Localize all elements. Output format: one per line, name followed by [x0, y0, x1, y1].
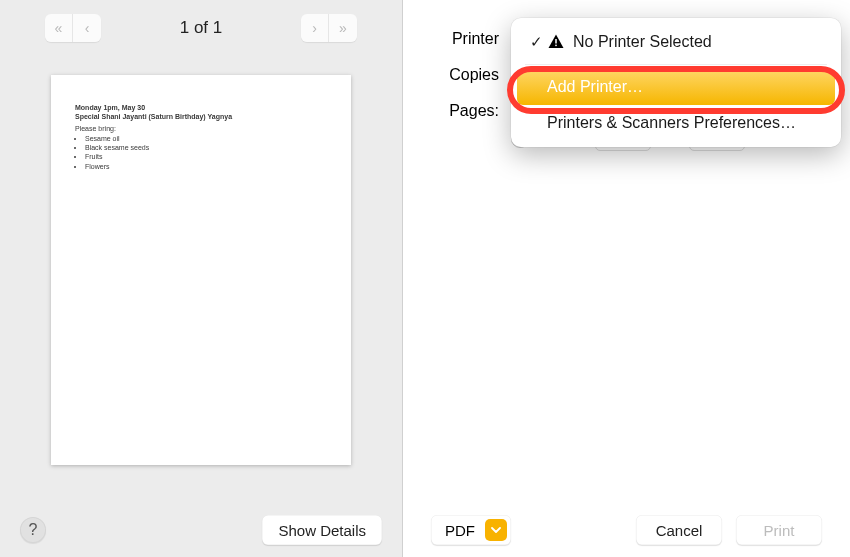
pdf-menu-button[interactable]: PDF — [431, 515, 511, 545]
doc-list-item: Flowers — [85, 162, 327, 171]
chevron-left-icon: ‹ — [85, 20, 90, 36]
menu-separator — [525, 64, 827, 65]
options-pane: Printer Copies Pages: All From: to: ✓ — [403, 0, 850, 557]
menu-item-label: No Printer Selected — [573, 33, 712, 51]
doc-list-item: Fruits — [85, 152, 327, 161]
doc-line2: Special Shani Jayanti (Saturn Birthday) … — [75, 112, 327, 121]
menu-item-printer-prefs[interactable]: Printers & Scanners Preferences… — [517, 105, 835, 141]
menu-item-no-printer[interactable]: ✓ No Printer Selected — [517, 24, 835, 60]
doc-line1: Monday 1pm, May 30 — [75, 103, 327, 112]
chevron-down-icon — [485, 519, 507, 541]
menu-item-add-printer[interactable]: Add Printer… — [517, 69, 835, 105]
chevrons-left-icon: « — [55, 20, 63, 36]
page-counter: 1 of 1 — [180, 18, 223, 38]
chevron-right-icon: › — [312, 20, 317, 36]
preview-pane: « ‹ 1 of 1 › » Monday 1pm, May 30 Specia… — [0, 0, 403, 557]
options-footer: PDF Cancel Print — [403, 515, 850, 545]
doc-list-item: Black sesame seeds — [85, 143, 327, 152]
copies-label: Copies — [403, 66, 499, 84]
printer-dropdown-menu: ✓ No Printer Selected Add Printer… Print… — [511, 18, 841, 147]
preview-footer: ? Show Details — [0, 515, 402, 545]
svg-rect-1 — [555, 45, 557, 47]
help-button[interactable]: ? — [20, 517, 46, 543]
print-button[interactable]: Print — [736, 515, 822, 545]
menu-item-label: Printers & Scanners Preferences… — [547, 114, 796, 132]
help-icon: ? — [29, 521, 38, 539]
cancel-button[interactable]: Cancel — [636, 515, 722, 545]
page-thumbnail: Monday 1pm, May 30 Special Shani Jayanti… — [51, 75, 351, 465]
preview-header: « ‹ 1 of 1 › » — [0, 0, 402, 55]
warning-icon — [547, 33, 565, 51]
printer-label: Printer — [403, 30, 499, 48]
chevrons-right-icon: » — [339, 20, 347, 36]
doc-list-item: Sesame oil — [85, 134, 327, 143]
doc-intro: Please bring: — [75, 124, 327, 133]
next-page-button[interactable]: › — [301, 14, 329, 42]
check-icon: ✓ — [527, 33, 545, 51]
page-back-group: « ‹ — [45, 14, 101, 42]
menu-item-label: Add Printer… — [547, 78, 643, 96]
first-page-button[interactable]: « — [45, 14, 73, 42]
pages-label: Pages: — [403, 102, 499, 120]
print-dialog: « ‹ 1 of 1 › » Monday 1pm, May 30 Specia… — [0, 0, 850, 557]
last-page-button[interactable]: » — [329, 14, 357, 42]
pdf-label: PDF — [445, 522, 475, 539]
doc-list: Sesame oil Black sesame seeds Fruits Flo… — [85, 134, 327, 170]
prev-page-button[interactable]: ‹ — [73, 14, 101, 42]
svg-rect-0 — [555, 39, 557, 44]
page-forward-group: › » — [301, 14, 357, 42]
show-details-button[interactable]: Show Details — [262, 515, 382, 545]
